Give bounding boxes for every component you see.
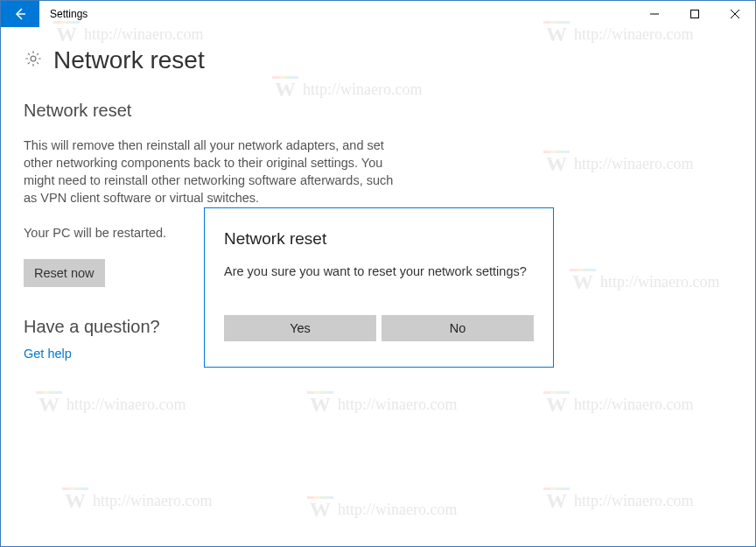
window-title: Settings	[39, 1, 634, 27]
page-title: Network reset	[53, 46, 205, 74]
close-button[interactable]	[715, 1, 755, 27]
window-controls	[634, 1, 755, 27]
dialog-buttons: Yes No	[224, 315, 534, 341]
maximize-icon	[690, 10, 699, 18]
watermark: http://winaero.com	[307, 500, 457, 519]
watermark: http://winaero.com	[543, 395, 693, 414]
svg-rect-1	[691, 11, 699, 18]
reset-now-button[interactable]: Reset now	[24, 259, 105, 287]
titlebar: Settings	[1, 1, 755, 27]
section-title: Network reset	[24, 101, 732, 121]
back-button[interactable]	[1, 1, 39, 27]
watermark: http://winaero.com	[307, 395, 457, 414]
close-icon	[731, 10, 739, 18]
gear-icon	[24, 49, 43, 72]
get-help-link[interactable]: Get help	[24, 347, 72, 361]
dialog-message: Are you sure you want to reset your netw…	[224, 264, 534, 278]
maximize-button[interactable]	[675, 1, 715, 27]
page-header: Network reset	[24, 46, 732, 74]
svg-point-4	[31, 56, 36, 61]
watermark: http://winaero.com	[62, 491, 212, 510]
dialog-title: Network reset	[224, 229, 534, 249]
reset-description: This will remove then reinstall all your…	[24, 137, 400, 207]
watermark: http://winaero.com	[36, 395, 186, 414]
arrow-left-icon	[13, 7, 27, 21]
minimize-icon	[650, 10, 659, 18]
no-button[interactable]: No	[382, 315, 534, 341]
minimize-button[interactable]	[634, 1, 675, 27]
confirm-dialog: Network reset Are you sure you want to r…	[204, 207, 554, 368]
yes-button[interactable]: Yes	[224, 315, 376, 341]
watermark: http://winaero.com	[543, 491, 693, 510]
